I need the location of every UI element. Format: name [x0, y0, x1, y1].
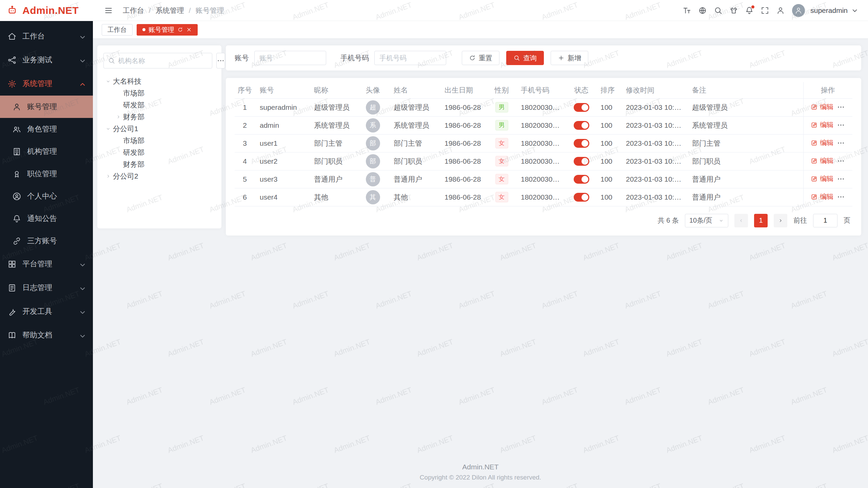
account-input[interactable] — [254, 51, 326, 65]
chevron-down-icon — [78, 56, 85, 64]
sidebar-subitem-person[interactable]: 个人中心 — [0, 185, 93, 207]
sidebar-subitem-label: 角色管理 — [27, 124, 85, 134]
tree-node[interactable]: 市场部 — [103, 87, 215, 99]
cell-remark: 普通用户 — [687, 188, 803, 206]
sidebar-subitem-link[interactable]: 三方账号 — [0, 230, 93, 252]
sidebar-item-home[interactable]: 工作台 — [0, 24, 93, 48]
user-menu-chevron-icon[interactable] — [850, 4, 859, 17]
breadcrumb-item-system[interactable]: 系统管理 — [156, 6, 184, 15]
edit-button[interactable]: 编辑 — [811, 156, 833, 165]
org-panel: 大名科技市场部研发部财务部分公司1市场部研发部财务部分公司2 — [97, 45, 221, 228]
username[interactable]: superadmin — [810, 6, 848, 15]
notification-badge — [751, 5, 754, 8]
cell-account: admin — [255, 116, 309, 134]
tree-node[interactable]: 研发部 — [103, 146, 215, 158]
right-column: 账号 手机号码 重置 查询 新增 — [226, 45, 861, 236]
tab-close-icon[interactable] — [186, 27, 192, 33]
tab-workbench[interactable]: 工作台 — [102, 24, 133, 36]
tree-caret-icon[interactable] — [103, 79, 113, 84]
user-avatar[interactable] — [792, 4, 805, 17]
sidebar-subitem-bell[interactable]: 通知公告 — [0, 207, 93, 230]
notification-icon[interactable] — [743, 4, 756, 17]
chevron-down-icon — [78, 260, 85, 268]
column-header: 状态 — [567, 82, 596, 98]
status-toggle[interactable] — [574, 193, 589, 202]
row-more-button[interactable] — [837, 157, 845, 165]
column-header: 操作 — [803, 82, 852, 98]
page-number-1[interactable]: 1 — [754, 214, 768, 227]
gender-tag: 男 — [495, 120, 508, 131]
row-more-button[interactable] — [837, 175, 845, 183]
edit-button[interactable]: 编辑 — [811, 192, 833, 201]
sidebar-item-label: 工作台 — [22, 31, 78, 41]
phone-input[interactable] — [374, 51, 446, 65]
search-button[interactable]: 查询 — [506, 51, 544, 65]
sidebar-item-grid[interactable]: 平台管理 — [0, 252, 93, 276]
status-toggle[interactable] — [574, 103, 589, 112]
tree-caret-icon[interactable] — [114, 114, 123, 120]
fullscreen-icon[interactable] — [758, 4, 772, 17]
sidebar-item-doc[interactable]: 帮助文档 — [0, 323, 93, 347]
sidebar-subitem-label: 机构管理 — [27, 146, 85, 157]
sidebar-subitem-user[interactable]: 账号管理 — [0, 96, 93, 118]
row-more-button[interactable] — [837, 193, 845, 201]
table-row: 3user1部门主管部部门主管1986-06-28女18020030720100… — [235, 134, 852, 152]
font-size-icon[interactable] — [680, 4, 694, 17]
tab-refresh-icon[interactable] — [177, 27, 183, 33]
status-toggle[interactable] — [574, 175, 589, 184]
tree-node[interactable]: 分公司2 — [103, 170, 215, 182]
brand: Admin.NET — [0, 0, 93, 21]
sidebar-subitem-building[interactable]: 机构管理 — [0, 140, 93, 163]
row-more-button[interactable] — [837, 139, 845, 147]
sidebar-item-tool[interactable]: 开发工具 — [0, 300, 93, 323]
tab-account-management[interactable]: 账号管理 — [137, 24, 198, 36]
org-search-input[interactable] — [118, 57, 208, 65]
sidebar-subitem-users[interactable]: 角色管理 — [0, 118, 93, 140]
breadcrumb: 工作台 / 系统管理 / 账号管理 — [123, 6, 224, 15]
row-more-button[interactable] — [837, 121, 845, 129]
edit-button[interactable]: 编辑 — [811, 102, 833, 111]
prev-page-button[interactable] — [734, 214, 748, 227]
status-toggle[interactable] — [574, 121, 589, 130]
profile-icon[interactable] — [774, 4, 787, 17]
sidebar-item-log[interactable]: 日志管理 — [0, 276, 93, 300]
sidebar-subitem-badge[interactable]: 职位管理 — [0, 163, 93, 185]
tree-caret-icon[interactable] — [103, 126, 113, 131]
row-avatar: 系 — [366, 118, 380, 133]
breadcrumb-item-workbench[interactable]: 工作台 — [123, 6, 144, 15]
status-toggle[interactable] — [574, 157, 589, 166]
edit-button[interactable]: 编辑 — [811, 120, 833, 129]
tree-caret-icon[interactable] — [103, 174, 113, 179]
cell-order: 100 — [596, 170, 621, 188]
tree-node[interactable]: 研发部 — [103, 99, 215, 111]
topbar: 工作台 / 系统管理 / 账号管理 superadmin — [93, 0, 868, 21]
edit-button[interactable]: 编辑 — [811, 174, 833, 183]
menu-collapse-icon[interactable] — [102, 4, 115, 17]
edit-button[interactable]: 编辑 — [811, 138, 833, 147]
sidebar-item-gear[interactable]: 系统管理 — [0, 72, 93, 96]
reset-button[interactable]: 重置 — [462, 51, 499, 65]
tree-node[interactable]: 分公司1 — [103, 123, 215, 135]
status-toggle[interactable] — [574, 139, 589, 148]
next-page-button[interactable] — [774, 214, 787, 227]
column-header: 姓名 — [389, 82, 440, 98]
tree-node[interactable]: 市场部 — [103, 135, 215, 146]
table-header-row: 序号账号昵称头像姓名出生日期性别手机号码状态排序修改时间备注操作 — [235, 82, 852, 98]
tree-node[interactable]: 财务部 — [103, 158, 215, 170]
cell-order: 100 — [596, 134, 621, 152]
theme-icon[interactable] — [727, 4, 741, 17]
plus-icon — [558, 55, 565, 61]
page-size-select[interactable]: 10条/页 — [685, 214, 728, 227]
add-button[interactable]: 新增 — [551, 51, 588, 65]
tree-node[interactable]: 大名科技 — [103, 75, 215, 87]
goto-page-input[interactable] — [813, 214, 837, 227]
chevron-down-icon — [718, 218, 724, 223]
sidebar-item-flow[interactable]: 业务测试 — [0, 48, 93, 72]
locale-icon[interactable] — [696, 4, 709, 17]
org-more-button[interactable] — [216, 53, 225, 68]
row-more-button[interactable] — [837, 103, 845, 111]
content: 大名科技市场部研发部财务部分公司1市场部研发部财务部分公司2 账号 手机号码 重… — [93, 39, 868, 488]
search-label: 查询 — [523, 54, 537, 63]
tree-node[interactable]: 财务部 — [103, 111, 215, 123]
search-icon[interactable] — [711, 4, 725, 17]
